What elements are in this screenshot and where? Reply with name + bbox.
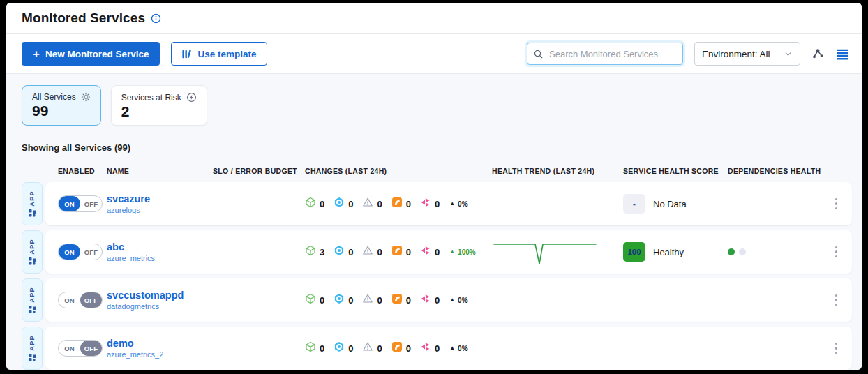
- service-subtitle: datadogmetrics: [107, 302, 213, 311]
- app-grid-icon: [29, 209, 36, 217]
- deployment-cube-icon: [305, 293, 316, 307]
- changes-delta-value: 100%: [458, 248, 476, 256]
- row-actions-menu-icon[interactable]: [832, 195, 841, 214]
- trend-up-icon: ▲: [449, 345, 455, 351]
- info-icon[interactable]: [151, 13, 161, 24]
- alert-change-count: 0: [377, 343, 382, 354]
- environment-dropdown[interactable]: Environment: All: [694, 42, 800, 66]
- changes-delta-value: 0%: [458, 345, 467, 352]
- screenshot-frame: Monitored Services + New Monitored Servi…: [0, 0, 868, 374]
- title-bar: Monitored Services: [6, 3, 862, 34]
- service-name-link[interactable]: demo: [107, 338, 213, 350]
- infrastructure-hexagon-icon: [334, 341, 345, 355]
- changes-delta: ▲0%: [449, 200, 467, 208]
- alert-change-count: 0: [377, 295, 382, 306]
- health-score-cell: - No Data: [623, 194, 728, 214]
- health-trend-cell: [492, 236, 623, 268]
- infrastructure-change-count: 0: [348, 199, 353, 209]
- column-header-slo: SLO / ERROR BUDGET: [213, 167, 305, 175]
- trend-up-icon: ▲: [449, 249, 455, 255]
- all-services-label: All Services: [32, 92, 76, 102]
- row-actions-menu-icon[interactable]: [832, 339, 841, 358]
- flag-change-count: 0: [435, 295, 440, 306]
- showing-summary-text: Showing all Services (99): [22, 142, 852, 153]
- service-name-link[interactable]: abc: [107, 241, 213, 253]
- flag-change-count: 0: [435, 199, 440, 209]
- alert-change-count: 0: [377, 199, 382, 209]
- service-name-link[interactable]: svcazure: [107, 193, 213, 205]
- row-actions-menu-icon[interactable]: [832, 243, 841, 262]
- gear-icon: [81, 92, 91, 102]
- service-type-label: APP: [29, 190, 36, 207]
- flag-change-count: 0: [435, 247, 440, 257]
- use-template-label: Use template: [197, 49, 256, 59]
- deployment-change-count: 0: [320, 295, 324, 306]
- appdynamics-event-icon: [391, 245, 403, 259]
- template-library-icon: [181, 49, 192, 59]
- search-box[interactable]: [527, 43, 683, 65]
- service-type-tag: APP: [22, 278, 43, 322]
- service-type-tag: APP: [22, 327, 43, 370]
- service-name-link[interactable]: svccustomappd: [107, 290, 213, 301]
- infrastructure-hexagon-icon: [334, 245, 345, 259]
- new-monitored-service-label: New Monitored Service: [45, 49, 149, 59]
- changes-cell: 0 0 0 0 0 ▲0%: [305, 293, 492, 307]
- map-view-icon[interactable]: [811, 47, 825, 61]
- infrastructure-change-count: 0: [348, 247, 353, 257]
- services-at-risk-count: 2: [121, 103, 197, 119]
- table-row: APP ON OFF abc azure_metrics 3 0: [22, 230, 852, 274]
- enabled-toggle[interactable]: ON OFF: [58, 292, 103, 308]
- changes-cell: 0 0 0 0 0 ▲0%: [305, 341, 492, 355]
- appdynamics-event-icon: [391, 197, 403, 211]
- health-score-badge: -: [623, 194, 645, 214]
- deployment-cube-icon: [305, 245, 316, 259]
- service-type-tag: APP: [22, 230, 43, 274]
- trend-up-icon: ▲: [449, 297, 455, 303]
- service-type-tag: APP: [22, 182, 43, 225]
- health-trend-sparkline: [492, 236, 598, 268]
- dependencies-cell: [728, 248, 832, 255]
- changes-cell: 3 0 0 0 0 ▲100%: [305, 245, 492, 259]
- all-services-card[interactable]: All Services 99: [22, 85, 101, 126]
- appd-change-count: 0: [406, 247, 411, 257]
- use-template-button[interactable]: Use template: [171, 42, 267, 66]
- trend-up-icon: ▲: [449, 201, 455, 207]
- toolbar: + New Monitored Service Use template Env…: [6, 34, 862, 74]
- dependency-healthy-dot: [728, 248, 735, 255]
- enabled-toggle[interactable]: ON OFF: [58, 195, 103, 212]
- table-row: APP ON OFF svcazure azurelogs 0 0: [22, 182, 852, 225]
- deployment-cube-icon: [305, 197, 316, 211]
- app-grid-icon: [29, 306, 36, 313]
- search-input[interactable]: [548, 48, 677, 60]
- deployment-change-count: 0: [320, 199, 324, 209]
- view-toggle-group: [811, 47, 851, 61]
- app-grid-icon: [29, 257, 36, 265]
- plus-icon: +: [33, 48, 40, 60]
- lightning-icon: [186, 92, 197, 103]
- row-actions-menu-icon[interactable]: [832, 291, 841, 310]
- dependency-nodata-dot: [739, 248, 746, 255]
- service-type-label: APP: [29, 287, 36, 303]
- changes-delta: ▲0%: [449, 345, 467, 352]
- alert-triangle-icon: [362, 197, 373, 211]
- list-view-icon[interactable]: [836, 48, 849, 60]
- services-at-risk-card[interactable]: Services at Risk 2: [111, 85, 207, 126]
- flag-change-icon: [420, 293, 431, 307]
- appdynamics-event-icon: [391, 341, 403, 355]
- infrastructure-hexagon-icon: [334, 293, 345, 307]
- changes-delta: ▲100%: [449, 248, 476, 256]
- infrastructure-change-count: 0: [348, 295, 353, 306]
- summary-cards: All Services 99 Services at Risk 2: [22, 85, 852, 126]
- enabled-toggle[interactable]: ON OFF: [58, 244, 103, 260]
- column-header-changes: CHANGES (LAST 24H): [305, 167, 492, 175]
- infrastructure-change-count: 0: [348, 343, 353, 354]
- deployment-change-count: 0: [320, 343, 324, 354]
- new-monitored-service-button[interactable]: + New Monitored Service: [22, 42, 160, 66]
- chevron-down-icon: [784, 50, 793, 59]
- service-subtitle: azurelogs: [107, 206, 213, 214]
- alert-triangle-icon: [362, 293, 373, 307]
- enabled-toggle[interactable]: ON OFF: [58, 340, 103, 357]
- alert-triangle-icon: [362, 245, 373, 259]
- infrastructure-hexagon-icon: [334, 197, 345, 211]
- changes-delta-value: 0%: [458, 297, 467, 304]
